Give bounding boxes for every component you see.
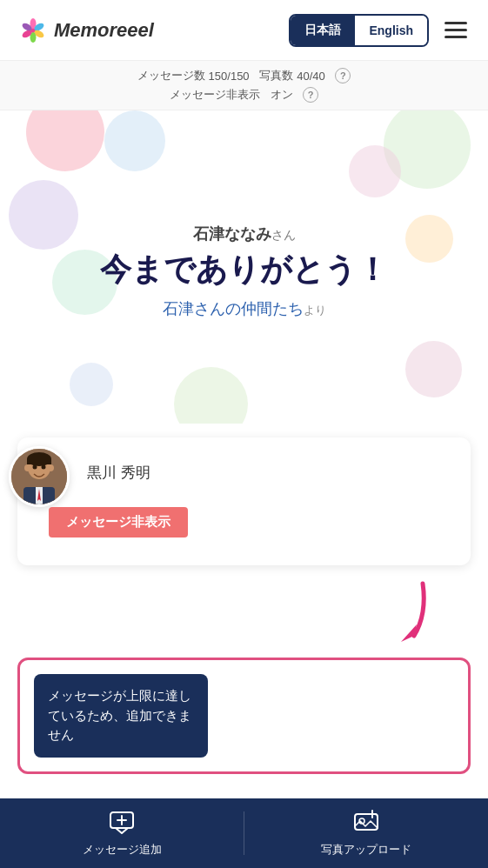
stats-bar: メッセージ数 150/150 写真数 40/40 ? メッセージ非表示 オン ? — [0, 61, 488, 110]
message-author: 黒川 秀明 — [87, 463, 150, 483]
add-message-button[interactable]: メッセージ追加 — [0, 798, 244, 868]
header: Memoreeel 日本語 English — [0, 0, 488, 61]
upload-photo-button[interactable]: 写真アップロード — [244, 798, 488, 868]
hero-section: 石津ななみさん 今までありがとう！ 石津さんの仲間たちより — [0, 110, 488, 424]
language-toggle: 日本語 English — [289, 14, 429, 47]
down-arrow-icon — [384, 579, 436, 649]
message-card-inner: 黒川 秀明 — [17, 437, 471, 507]
message-count-label: メッセージ数 — [137, 68, 205, 83]
svg-marker-19 — [401, 624, 417, 642]
stats-line2: メッセージ非表示 オン ? — [0, 87, 488, 106]
recipient-name: 石津ななみ — [193, 225, 271, 243]
stats-help-icon[interactable]: ? — [335, 68, 351, 83]
svg-rect-10 — [27, 459, 51, 464]
header-right: 日本語 English — [289, 14, 471, 47]
hero-title: 今までありがとう！ — [100, 250, 388, 290]
svg-point-17 — [42, 465, 46, 470]
arrow-container — [0, 579, 488, 649]
from-label: 石津さんの仲間たち — [163, 300, 304, 317]
limit-notice-section: メッセージが上限に達しているため、追加できません — [17, 658, 471, 774]
photo-count-label: 写真数 — [259, 68, 293, 83]
svg-rect-23 — [355, 814, 378, 830]
add-message-icon — [109, 809, 135, 838]
recipient-san: さん — [271, 228, 296, 242]
logo-icon — [17, 15, 49, 46]
lang-ja-button[interactable]: 日本語 — [291, 16, 355, 45]
hamburger-menu[interactable] — [441, 18, 471, 42]
avatar — [9, 446, 70, 507]
svg-point-14 — [24, 464, 31, 471]
hide-status: オン — [271, 87, 293, 103]
lang-en-button[interactable]: English — [355, 16, 427, 45]
hide-label: メッセージ非表示 — [170, 87, 260, 103]
from-yori: より — [304, 304, 326, 317]
upload-photo-icon — [353, 809, 379, 838]
avatar-image — [11, 449, 67, 504]
message-count-value: 150/150 — [209, 70, 250, 83]
hero-subtitle-bottom: 石津さんの仲間たちより — [163, 298, 326, 319]
hide-help-icon[interactable]: ? — [303, 87, 318, 103]
message-hidden-badge: メッセージ非表示 — [49, 507, 188, 537]
stats-line1: メッセージ数 150/150 写真数 40/40 ? — [0, 68, 488, 83]
limit-message: メッセージが上限に達しているため、追加できません — [34, 674, 208, 758]
message-card: 黒川 秀明 メッセージ非表示 — [17, 437, 471, 565]
footer-bar: メッセージ追加 写真アップロード — [0, 798, 488, 868]
upload-photo-label: 写真アップロード — [321, 842, 411, 858]
svg-point-15 — [47, 464, 54, 471]
logo: Memoreeel — [17, 15, 154, 46]
hero-subtitle-top: 石津ななみさん — [193, 224, 296, 244]
add-message-label: メッセージ追加 — [83, 842, 162, 858]
svg-point-16 — [33, 465, 37, 470]
logo-text: Memoreeel — [54, 19, 154, 42]
message-hidden-area: メッセージ非表示 — [17, 507, 471, 565]
photo-count-value: 40/40 — [297, 70, 325, 83]
